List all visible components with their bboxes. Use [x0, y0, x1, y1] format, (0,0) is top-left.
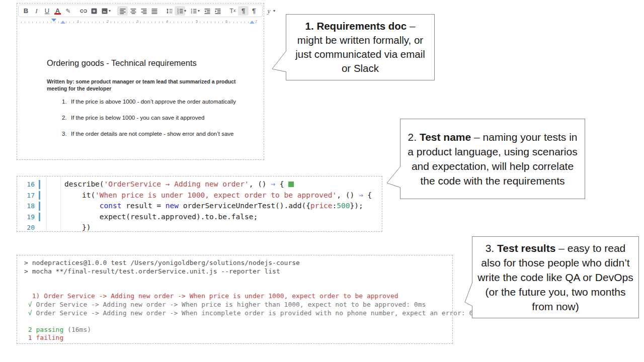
line-spacing-icon: [166, 8, 173, 15]
passing-count: 2 passing: [24, 326, 63, 333]
ruler-number: 4: [166, 19, 168, 24]
code-text: }): [64, 223, 91, 231]
code-lines: describe('OrderService → Adding new orde…: [64, 179, 381, 233]
terminal-panel[interactable]: > nodepractices@1.0.0 test /Users/yonigo…: [17, 255, 453, 344]
code-number: 500: [337, 202, 350, 210]
line-number: 18: [17, 201, 39, 212]
code-text: orderServiceUnderTest().add({: [179, 202, 310, 210]
code-text: expect(result.approved).to.be.false;: [64, 213, 258, 221]
clear-formatting-x: x: [233, 9, 236, 13]
code-line: expect(result.approved).to.be.false;: [64, 212, 381, 223]
requirements-list: 1. If the price is above 1000 - don’t ap…: [62, 99, 236, 147]
requirement-text: If the price is above 1000 - don’t appro…: [71, 99, 236, 105]
check-icon: √: [24, 301, 32, 308]
align-right-icon: [140, 8, 147, 15]
underline-button[interactable]: U: [42, 6, 52, 16]
numbered-list-icon: 123: [177, 8, 184, 15]
code-editor-panel[interactable]: 16 17 18 19 20 describe('OrderService → …: [17, 176, 382, 232]
indent-guide: [60, 177, 61, 231]
bold-button[interactable]: B: [21, 6, 31, 16]
callout-term: Test results: [497, 242, 555, 254]
highlight-color-button[interactable]: ✎: [63, 6, 73, 16]
first-line-indent-marker[interactable]: [51, 19, 56, 22]
docs-editor-panel: B I U A ✎ ▾: [17, 3, 264, 160]
passing-test-text: Order Service -> Adding new order -> Whe…: [32, 301, 426, 308]
code-text: it(: [64, 191, 95, 199]
callout-text: 1. Requirements doc – might be written f…: [291, 19, 429, 75]
code-text: {: [363, 191, 372, 199]
callout-number: 1.: [305, 20, 317, 32]
bulleted-list-caret[interactable]: ▾: [198, 9, 202, 13]
requirement-item: 1. If the price is above 1000 - don’t ap…: [62, 99, 236, 105]
code-text: , (): [249, 180, 271, 188]
indent-guide: [46, 177, 47, 231]
callout-number: 2.: [408, 131, 420, 143]
callout-term: Requirements doc: [316, 20, 407, 32]
text-color-button[interactable]: A: [52, 6, 63, 16]
align-justify-button[interactable]: [149, 6, 159, 16]
input-tools-button[interactable]: y: [264, 6, 274, 16]
callout-test-name: 2. Test name – naming your tests in a pr…: [400, 119, 585, 199]
passing-summary-line: 2 passing (16ms): [24, 326, 451, 334]
align-justify-icon: [151, 8, 158, 15]
code-string: 'OrderService → Adding new order': [104, 180, 249, 188]
image-icon: [101, 8, 108, 15]
document-page[interactable]: Ordering goods - Technical requirements …: [18, 25, 263, 158]
ruler-number: 1: [77, 19, 79, 24]
ruler-number: 5: [196, 19, 198, 24]
ruler-number: 2: [107, 19, 109, 24]
line-number: 19: [17, 212, 39, 223]
ruler-ticks: [21, 22, 260, 23]
line-number: 20: [17, 222, 39, 233]
docs-toolbar: B I U A ✎ ▾: [18, 5, 263, 17]
align-center-button[interactable]: [128, 6, 138, 16]
code-text: :: [333, 202, 337, 210]
italic-button[interactable]: I: [31, 6, 42, 16]
failing-test-line: 1) Order Service -> Adding new order -> …: [24, 292, 451, 301]
align-right-button[interactable]: [138, 6, 149, 16]
numbered-list-caret[interactable]: ▾: [184, 9, 188, 13]
align-left-button[interactable]: [117, 6, 128, 16]
clear-formatting-t: T: [230, 8, 233, 14]
bulleted-list-button[interactable]: [188, 6, 199, 16]
image-menu-caret[interactable]: ▾: [109, 9, 113, 13]
requirement-text: If the price is below 1000 - you can sav…: [71, 115, 204, 121]
callout-tail: [272, 50, 287, 73]
code-line: describe('OrderService → Adding new orde…: [64, 179, 381, 190]
bulleted-list-icon: [190, 8, 197, 15]
line-spacing-button[interactable]: [164, 6, 175, 16]
terminal-line: > mocha **/final-result/test.orderServic…: [24, 267, 451, 276]
insert-image-button[interactable]: [99, 6, 110, 16]
terminal-blank-line: [24, 317, 451, 326]
right-indent-marker[interactable]: [250, 21, 255, 24]
passing-test-text: Order Service -> Adding new order -> Whe…: [32, 309, 481, 317]
arrow-ligature: ⇒: [271, 180, 275, 188]
insert-link-button[interactable]: [78, 6, 89, 16]
ltr-paragraph-button[interactable]: ¶: [238, 6, 249, 16]
increase-indent-button[interactable]: [212, 6, 223, 16]
line-number: 16: [17, 179, 39, 190]
left-indent-marker[interactable]: [60, 21, 65, 24]
passing-duration: (16ms): [63, 326, 91, 333]
code-text: {: [275, 180, 288, 188]
line-number-gutter: 16 17 18 19 20: [17, 179, 39, 233]
link-icon: [80, 8, 87, 15]
line-number: 17: [17, 190, 39, 201]
slide: B I U A ✎ ▾: [0, 0, 644, 362]
terminal-blank-line: [24, 284, 451, 293]
callout-text: 2. Test name – naming your tests in a pr…: [405, 130, 581, 188]
numbered-list-button[interactable]: 123: [175, 6, 185, 16]
requirement-number: 2.: [62, 115, 71, 121]
input-tools-caret[interactable]: ▾: [273, 9, 277, 13]
ruler-number: 7: [255, 19, 257, 24]
terminal-line: > nodepractices@1.0.0 test /Users/yonigo…: [24, 259, 451, 267]
terminal-output: > nodepractices@1.0.0 test /Users/yonigo…: [24, 259, 451, 342]
callout-test-results: 3. Test results – easy to read also for …: [472, 236, 639, 318]
clear-formatting-button[interactable]: Tx: [227, 6, 238, 16]
decrease-indent-button[interactable]: [202, 6, 212, 16]
passing-test-line: √ Order Service -> Adding new order -> W…: [24, 301, 451, 309]
code-line: const result = new orderServiceUnderTest…: [64, 201, 381, 212]
add-comment-button[interactable]: [89, 6, 99, 16]
rtl-paragraph-button[interactable]: ¶: [249, 6, 259, 16]
callout-tail: [386, 165, 401, 190]
